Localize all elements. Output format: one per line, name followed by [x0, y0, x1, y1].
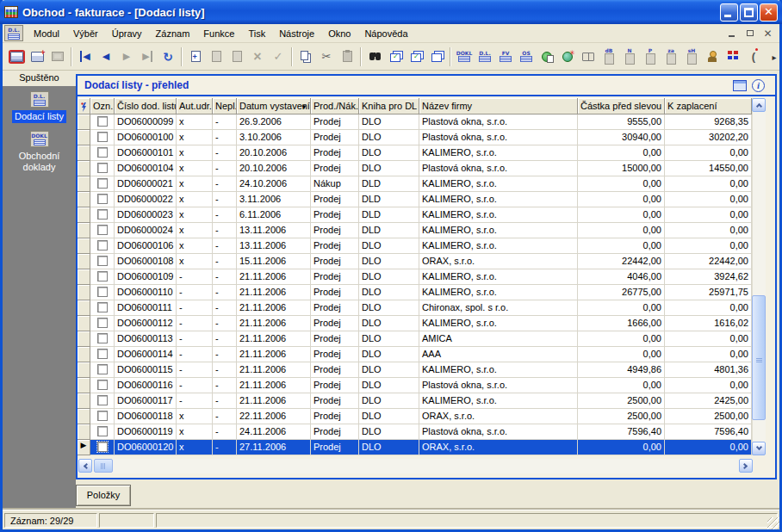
- dodaci-listy-module-button[interactable]: D.L.: [475, 46, 495, 68]
- table-row[interactable]: DO06000100x-3.10.2006ProdejDLOPlastová o…: [78, 130, 752, 145]
- row-checkbox[interactable]: [97, 256, 108, 266]
- table-row[interactable]: DD06000023x-6.11.2006ProdejDLDKALIMERO, …: [78, 207, 752, 223]
- scroll-down-button[interactable]: [752, 442, 766, 455]
- row-checkbox[interactable]: [97, 442, 108, 452]
- address-book-button[interactable]: [578, 46, 599, 68]
- table-row[interactable]: DO06000112--21.11.2006ProdejDLOKALIMERO,…: [78, 316, 752, 331]
- table-row[interactable]: DD06000021x-24.10.2006NákupDLDKALIMERO, …: [78, 176, 752, 192]
- globe-services-button[interactable]: [557, 46, 578, 68]
- mdi-close-button[interactable]: ✕: [761, 28, 774, 39]
- copy-button[interactable]: [295, 46, 316, 68]
- scroll-up-button[interactable]: [752, 98, 766, 112]
- row-checkbox[interactable]: [97, 380, 108, 390]
- catalog-p-button[interactable]: P: [640, 46, 661, 68]
- windows-button[interactable]: [426, 46, 447, 68]
- table-row[interactable]: DO06000113--21.11.2006ProdejDLOAMICA0,00…: [78, 331, 752, 347]
- menu-napoveda[interactable]: Nápověda: [357, 26, 414, 41]
- info-icon[interactable]: i: [752, 79, 765, 92]
- mdi-restore-button[interactable]: [743, 28, 756, 39]
- row-checkbox[interactable]: [97, 163, 108, 173]
- catalog-n-button[interactable]: N: [619, 46, 640, 68]
- column-header-datum[interactable]: Datum vystavení▼: [237, 98, 311, 114]
- row-checkbox[interactable]: [97, 194, 108, 204]
- column-header-firma[interactable]: Název firmy: [419, 98, 578, 114]
- print-setup-button[interactable]: [27, 46, 47, 68]
- menu-nastroje[interactable]: Nástroje: [272, 26, 321, 41]
- row-checkbox[interactable]: [97, 209, 108, 220]
- more-tools-button[interactable]: [764, 46, 782, 68]
- menu-modul[interactable]: Modul: [27, 26, 66, 41]
- column-header-aut[interactable]: Aut.udr.: [177, 98, 213, 114]
- row-checkbox[interactable]: [97, 116, 108, 127]
- sidebar-item-obchodni-doklady[interactable]: DOKLObchodní doklady: [3, 131, 76, 174]
- row-checkbox[interactable]: [97, 147, 108, 158]
- close-button[interactable]: ✕: [760, 3, 778, 22]
- catalog-sh-button[interactable]: sH: [681, 46, 702, 68]
- row-checkbox[interactable]: [97, 240, 108, 251]
- table-row[interactable]: DO06000118x-22.11.2006ProdejDLOORAX, s.r…: [78, 409, 752, 424]
- column-header-prod[interactable]: Prod./Nák.: [311, 98, 359, 114]
- sidebar-item-dodaci-listy[interactable]: D.L.Dodací listy: [3, 91, 76, 123]
- column-header-castka[interactable]: Částka před slevou: [578, 98, 665, 114]
- table-row[interactable]: DO06000114--21.11.2006ProdejDLOAAA0,000,…: [78, 347, 752, 362]
- column-header-marker[interactable]: [78, 98, 90, 114]
- table-row[interactable]: ▶DO06000120x-27.11.2006ProdejDLOORAX, s.…: [78, 440, 752, 455]
- view-icon[interactable]: [733, 80, 747, 91]
- menu-tisk[interactable]: Tisk: [241, 26, 272, 41]
- table-row[interactable]: DO06000106x-13.11.2006ProdejDLOKALIMERO,…: [78, 238, 752, 254]
- row-checkbox[interactable]: [97, 411, 108, 421]
- row-checkbox[interactable]: [97, 426, 108, 436]
- row-checkbox[interactable]: [97, 349, 108, 359]
- row-checkbox[interactable]: [97, 318, 108, 328]
- table-row[interactable]: DO06000119x-24.11.2006ProdejDLOPlastová …: [78, 424, 752, 440]
- select-filter-button[interactable]: [406, 46, 426, 68]
- maximize-button[interactable]: [740, 3, 758, 22]
- row-checkbox[interactable]: [97, 395, 108, 405]
- menu-upravy[interactable]: Úpravy: [105, 26, 149, 41]
- row-checkbox[interactable]: [97, 333, 108, 343]
- faktury-vydane-module-button[interactable]: FV: [495, 46, 516, 68]
- row-checkbox[interactable]: [97, 302, 108, 312]
- table-row[interactable]: DD06000024x-13.11.2006ProdejDLDKALIMERO,…: [78, 223, 752, 238]
- menu-zaznam[interactable]: Záznam: [149, 26, 197, 41]
- row-checkbox[interactable]: [97, 178, 108, 189]
- print-button[interactable]: [6, 46, 27, 68]
- row-checkbox[interactable]: [97, 225, 108, 235]
- scroll-right-button[interactable]: [739, 459, 753, 473]
- column-header-kniha[interactable]: Kniha pro DL: [359, 98, 419, 114]
- resize-grip[interactable]: [767, 517, 779, 529]
- new-record-button[interactable]: [185, 46, 206, 68]
- table-row[interactable]: DO06000109--21.11.2006ProdejDLOKALIMERO,…: [78, 269, 752, 285]
- vertical-scroll-thumb[interactable]: [752, 295, 766, 420]
- catalog-za-button[interactable]: za: [661, 46, 681, 68]
- menu-vyber[interactable]: Výběr: [66, 26, 105, 41]
- select-columns-button[interactable]: [385, 46, 406, 68]
- scroll-left-button[interactable]: [78, 459, 92, 473]
- table-row[interactable]: DO06000101x-20.10.2006ProdejDLOKALIMERO,…: [78, 145, 752, 161]
- horizontal-scrollbar[interactable]: [78, 459, 753, 473]
- refresh-button[interactable]: [158, 46, 178, 68]
- find-button[interactable]: [364, 46, 385, 68]
- prev-record-button[interactable]: [96, 46, 116, 68]
- table-row[interactable]: DO06000108x-15.11.2006ProdejDLOORAX, s.r…: [78, 254, 752, 269]
- catalog-db-button[interactable]: dB: [599, 46, 619, 68]
- table-row[interactable]: DO06000110--21.11.2006ProdejDLOKALIMERO,…: [78, 285, 752, 300]
- phone-button[interactable]: [743, 46, 764, 68]
- document-icon[interactable]: D.L.: [4, 25, 23, 41]
- mdi-minimize-button[interactable]: [725, 28, 738, 39]
- row-checkbox[interactable]: [97, 271, 108, 281]
- column-header-nepl[interactable]: Nepl.: [213, 98, 237, 114]
- title-bar[interactable]: Obchod - fakturace - [Dodací listy] ✕: [0, 0, 782, 24]
- globe-document-button[interactable]: [537, 46, 557, 68]
- matrix-button[interactable]: [723, 46, 743, 68]
- row-checkbox[interactable]: [97, 364, 108, 374]
- person-button[interactable]: [702, 46, 723, 68]
- objednavky-module-button[interactable]: OS: [516, 46, 537, 68]
- table-row[interactable]: DO06000099x-26.9.2006ProdejDLOPlastová o…: [78, 114, 752, 130]
- row-checkbox[interactable]: [97, 287, 108, 297]
- polozky-button[interactable]: Položky: [76, 485, 131, 506]
- table-row[interactable]: DO06000104x-20.10.2006ProdejDLOPlastová …: [78, 161, 752, 176]
- horizontal-scroll-thumb[interactable]: [94, 459, 113, 473]
- table-row[interactable]: DD06000022x-3.11.2006ProdejDLDKALIMERO, …: [78, 192, 752, 207]
- row-checkbox[interactable]: [97, 132, 108, 142]
